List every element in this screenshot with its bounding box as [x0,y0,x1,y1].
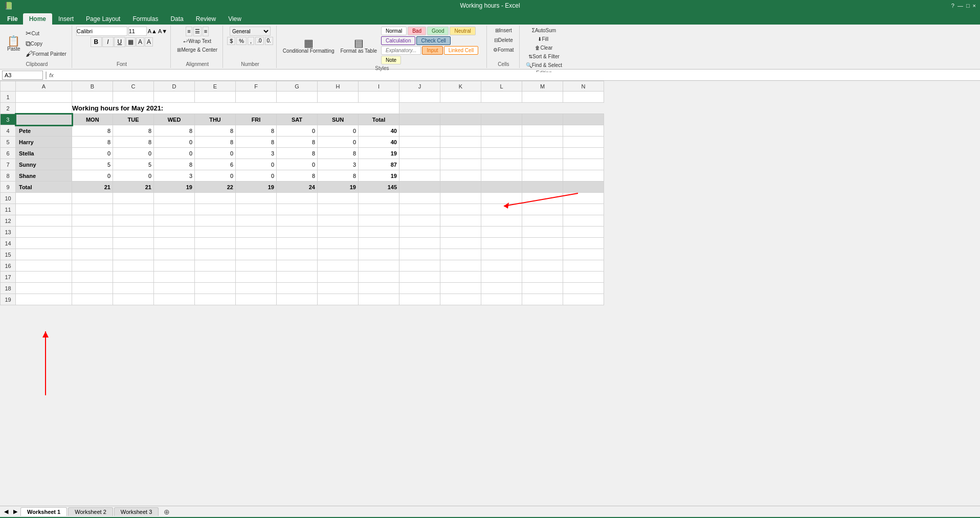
cell-G13[interactable] [277,227,318,238]
cell-G19[interactable] [277,294,318,305]
cell-K9[interactable] [440,182,481,193]
cell-H8[interactable]: 8 [318,170,359,182]
cell-K16[interactable] [440,260,481,272]
tab-view[interactable]: View [222,13,248,25]
cell-F19[interactable] [236,294,277,305]
cell-B2[interactable]: Working hours for May 2021: [72,103,399,114]
col-header-G[interactable]: G [277,81,318,92]
cell-I9[interactable]: 145 [359,182,399,193]
cell-N13[interactable] [563,227,604,238]
cell-L9[interactable] [481,182,522,193]
cell-B3[interactable]: MON [72,114,113,125]
row-header-3[interactable]: 3 [1,114,16,125]
cell-G18[interactable] [277,283,318,294]
cell-H11[interactable] [318,204,359,215]
tab-page-layout[interactable]: Page Layout [80,13,126,25]
cell-M5[interactable] [522,137,563,148]
cell-D16[interactable] [154,260,195,272]
align-left-icon[interactable]: ≡ [186,27,192,36]
cell-J17[interactable] [399,272,440,283]
cell-L16[interactable] [481,260,522,272]
cell-F16[interactable] [236,260,277,272]
cell-M19[interactable] [522,294,563,305]
cell-I1[interactable] [359,92,399,103]
cell-B9[interactable]: 21 [72,182,113,193]
cell-G16[interactable] [277,260,318,272]
cell-G14[interactable] [277,238,318,249]
help-icon[interactable]: ? [951,3,954,9]
col-header-I[interactable]: I [359,81,399,92]
col-header-D[interactable]: D [154,81,195,92]
cell-M8[interactable] [522,170,563,182]
cell-J6[interactable] [399,148,440,159]
cell-J3[interactable] [399,114,440,125]
cell-D6[interactable]: 0 [154,148,195,159]
sheet-nav-prev[interactable]: ◀ [2,508,10,515]
cell-G1[interactable] [277,92,318,103]
cell-N15[interactable] [563,249,604,260]
cell-A19[interactable] [16,294,72,305]
cell-A3[interactable] [16,114,72,125]
cell-H19[interactable] [318,294,359,305]
cell-C18[interactable] [113,283,154,294]
cell-E11[interactable] [195,204,236,215]
cell-A15[interactable] [16,249,72,260]
paste-button[interactable]: 📋 Paste [5,35,23,53]
cell-J10[interactable] [399,193,440,204]
cell-D8[interactable]: 3 [154,170,195,182]
cell-K17[interactable] [440,272,481,283]
cell-L11[interactable] [481,204,522,215]
tab-home[interactable]: Home [23,13,52,25]
cell-I6[interactable]: 19 [359,148,399,159]
cell-L13[interactable] [481,227,522,238]
cell-H6[interactable]: 8 [318,148,359,159]
row-header-17[interactable]: 17 [1,272,16,283]
cell-K1[interactable] [440,92,481,103]
cell-J15[interactable] [399,249,440,260]
find-select-button[interactable]: 🔍 Find & Select [524,61,564,69]
cell-I18[interactable] [359,283,399,294]
cell-I7[interactable]: 87 [359,159,399,170]
cell-C19[interactable] [113,294,154,305]
cell-D7[interactable]: 8 [154,159,195,170]
cell-N16[interactable] [563,260,604,272]
cell-N9[interactable] [563,182,604,193]
cell-M1[interactable] [522,92,563,103]
cell-A13[interactable] [16,227,72,238]
cell-F3[interactable]: FRI [236,114,277,125]
cell-C11[interactable] [113,204,154,215]
cell-G12[interactable] [277,215,318,227]
cell-F15[interactable] [236,249,277,260]
cell-I13[interactable] [359,227,399,238]
cell-E9[interactable]: 22 [195,182,236,193]
col-header-E[interactable]: E [195,81,236,92]
cell-M3[interactable] [522,114,563,125]
cell-J4[interactable] [399,125,440,137]
style-calculation[interactable]: Calculation [381,36,415,45]
cell-N3[interactable] [563,114,604,125]
cell-K7[interactable] [440,159,481,170]
cell-N4[interactable] [563,125,604,137]
cell-C13[interactable] [113,227,154,238]
tab-formulas[interactable]: Formulas [126,13,164,25]
cell-E7[interactable]: 6 [195,159,236,170]
tab-review[interactable]: Review [190,13,222,25]
sheet-tab-2[interactable]: Worksheet 2 [68,507,113,516]
row-header-7[interactable]: 7 [1,159,16,170]
cell-C8[interactable]: 0 [113,170,154,182]
style-bad[interactable]: Bad [408,27,426,35]
style-explanatory[interactable]: Explanatory... [381,46,421,55]
sort-filter-button[interactable]: ⇅ Sort & Filter [526,53,562,60]
cell-M9[interactable] [522,182,563,193]
sheet-tab-3[interactable]: Worksheet 3 [114,507,159,516]
cell-D11[interactable] [154,204,195,215]
cell-L15[interactable] [481,249,522,260]
cell-C3[interactable]: TUE [113,114,154,125]
cell-I14[interactable] [359,238,399,249]
cell-J9[interactable] [399,182,440,193]
font-name-input[interactable]: Calibri [76,27,127,36]
cell-E4[interactable]: 8 [195,125,236,137]
cell-N11[interactable] [563,204,604,215]
cell-A14[interactable] [16,238,72,249]
row-header-10[interactable]: 10 [1,193,16,204]
